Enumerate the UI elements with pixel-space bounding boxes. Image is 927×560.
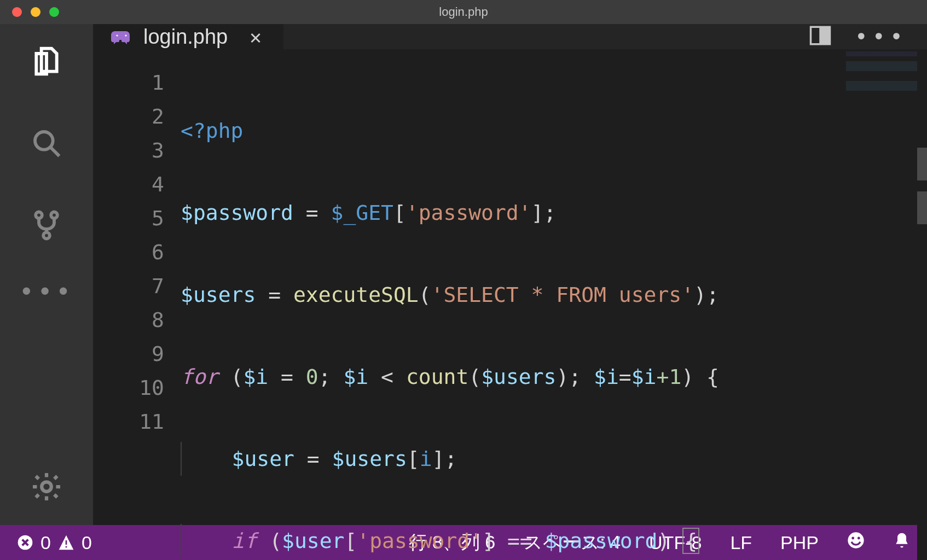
- tab-bar: login.php ✕ •••: [93, 24, 927, 49]
- tab-label: login.php: [143, 25, 228, 49]
- line-number-gutter: 1 2 3 4 5 6 7 8 9 10 11: [93, 66, 181, 560]
- error-icon: [16, 534, 34, 551]
- split-editor-icon[interactable]: [809, 24, 832, 49]
- activity-bar: •••: [0, 24, 93, 525]
- window-title: login.php: [439, 5, 488, 19]
- svg-rect-16: [66, 546, 67, 548]
- line-number: 2: [93, 100, 164, 133]
- problems-status[interactable]: 0 0: [16, 532, 92, 553]
- warning-icon: [57, 534, 75, 551]
- svg-point-2: [36, 212, 42, 219]
- svg-point-3: [51, 212, 57, 219]
- php-elephant-icon: [111, 28, 132, 45]
- line-number: 8: [93, 303, 164, 337]
- window-controls: [0, 7, 59, 17]
- line-number: 6: [93, 235, 164, 269]
- svg-point-0: [35, 132, 53, 150]
- zoom-window-icon[interactable]: [49, 7, 59, 17]
- line-number: 3: [93, 133, 164, 167]
- line-number: 5: [93, 201, 164, 235]
- search-icon[interactable]: [31, 128, 62, 161]
- line-number: 4: [93, 167, 164, 201]
- code-line[interactable]: $user = $users[i];: [181, 442, 927, 476]
- svg-point-7: [116, 34, 118, 36]
- ruler-mark: [917, 191, 927, 224]
- svg-rect-15: [66, 540, 67, 545]
- code-line[interactable]: if ($user['password'] == $password) {: [181, 524, 927, 558]
- explorer-icon[interactable]: [31, 46, 62, 79]
- svg-point-4: [43, 232, 50, 239]
- line-number: 7: [93, 269, 164, 303]
- code-line[interactable]: $users = executeSQL('SELECT * FROM users…: [181, 278, 927, 312]
- minimize-window-icon[interactable]: [31, 7, 40, 17]
- code-line[interactable]: <?php: [181, 114, 927, 148]
- ruler-mark: [917, 148, 927, 180]
- line-number: 9: [93, 337, 164, 371]
- svg-point-8: [125, 34, 126, 36]
- svg-rect-11: [820, 27, 830, 44]
- settings-gear-icon[interactable]: [30, 470, 63, 505]
- tab-login-php[interactable]: login.php ✕: [93, 24, 283, 49]
- svg-point-6: [42, 482, 51, 492]
- line-number: 10: [93, 371, 164, 405]
- titlebar: login.php: [0, 0, 927, 24]
- warning-count: 0: [82, 532, 92, 553]
- code-line[interactable]: $password = $_GET['password'];: [181, 196, 927, 230]
- line-number: 11: [93, 405, 164, 439]
- code-lines[interactable]: <?php $password = $_GET['password']; $us…: [181, 66, 927, 560]
- source-control-icon[interactable]: [31, 210, 62, 243]
- error-count: 0: [40, 532, 51, 553]
- editor-region: login.php ✕ ••• 1 2 3 4 5 6 7 8 9 10: [93, 24, 927, 525]
- code-editor[interactable]: 1 2 3 4 5 6 7 8 9 10 11 <?php $password …: [93, 49, 927, 560]
- minimap[interactable]: [846, 51, 917, 101]
- code-line[interactable]: for ($i = 0; $i < count($users); $i=$i+1…: [181, 360, 927, 394]
- tab-actions: •••: [809, 24, 927, 49]
- svg-line-1: [50, 147, 59, 156]
- close-tab-icon[interactable]: ✕: [250, 26, 262, 48]
- overview-ruler[interactable]: [917, 49, 927, 560]
- line-number: 1: [93, 66, 164, 100]
- editor-more-icon[interactable]: •••: [855, 24, 907, 49]
- close-window-icon[interactable]: [12, 7, 22, 17]
- main-area: ••• login.php ✕ ••• 1: [0, 24, 927, 525]
